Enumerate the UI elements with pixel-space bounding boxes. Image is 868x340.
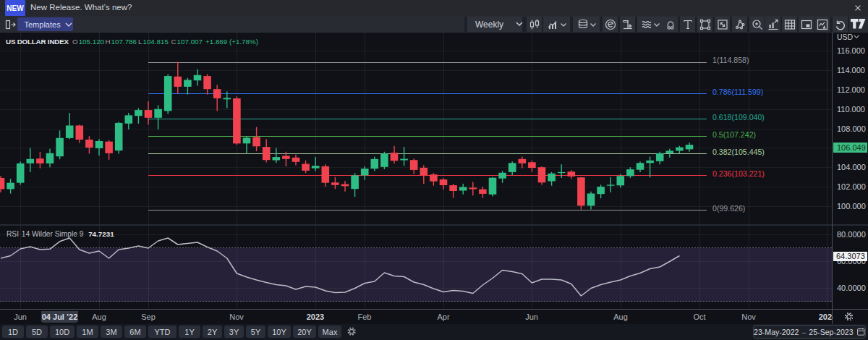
svg-text:04 Jul ’22: 04 Jul ’22: [42, 313, 78, 321]
svg-text:2023: 2023: [307, 313, 324, 321]
svg-text:RSI 14 Wilder Simple 9 74.7231: RSI 14 Wilder Simple 9 74.7231: [7, 230, 114, 238]
svg-text:L104.815: L104.815: [138, 38, 169, 46]
svg-text:C107.007: C107.007: [171, 38, 203, 46]
svg-text:0.786(111.599): 0.786(111.599): [712, 88, 763, 96]
svg-text:USD: USD: [837, 33, 854, 41]
svg-text:108.000: 108.000: [837, 124, 866, 133]
svg-text:0.382(105.445): 0.382(105.445): [712, 148, 765, 156]
svg-text:+1.869 (+1.78%): +1.869 (+1.78%): [205, 38, 258, 46]
svg-text:110.000: 110.000: [837, 105, 865, 114]
svg-text:1(114.858): 1(114.858): [712, 56, 749, 64]
svg-text:US DOLLAR INDEX: US DOLLAR INDEX: [6, 38, 69, 46]
svg-text:Nov: Nov: [229, 313, 244, 321]
svg-text:0.618(109.040): 0.618(109.040): [712, 113, 765, 122]
svg-text:Oct: Oct: [693, 313, 705, 321]
svg-text:Jun: Jun: [525, 313, 538, 321]
svg-text:0.5(107.242): 0.5(107.242): [712, 130, 756, 139]
svg-text:0.236(103.221): 0.236(103.221): [712, 169, 765, 178]
svg-text:0(99.626): 0(99.626): [712, 204, 745, 213]
svg-text:64.3073: 64.3073: [836, 252, 865, 260]
svg-text:100.000: 100.000: [837, 202, 866, 211]
svg-text:Nov: Nov: [741, 313, 756, 321]
svg-text:Jun: Jun: [14, 313, 27, 321]
svg-text:Feb: Feb: [358, 313, 372, 321]
svg-text:Sep: Sep: [141, 313, 156, 321]
svg-text:112.000: 112.000: [837, 85, 865, 94]
svg-text:104.000: 104.000: [837, 163, 866, 171]
svg-text:80.0000: 80.0000: [837, 230, 866, 239]
svg-text:Apr: Apr: [437, 313, 449, 321]
svg-text:Aug: Aug: [613, 313, 628, 321]
svg-text:116.000: 116.000: [837, 46, 865, 55]
svg-text:O105.120: O105.120: [72, 38, 105, 46]
svg-text:114.000: 114.000: [837, 66, 865, 75]
svg-text:40.0000: 40.0000: [837, 284, 866, 292]
svg-text:102.000: 102.000: [837, 182, 866, 191]
svg-text:H107.786: H107.786: [106, 38, 137, 46]
svg-text:Aug: Aug: [92, 313, 106, 321]
svg-text:106.049: 106.049: [837, 143, 866, 152]
